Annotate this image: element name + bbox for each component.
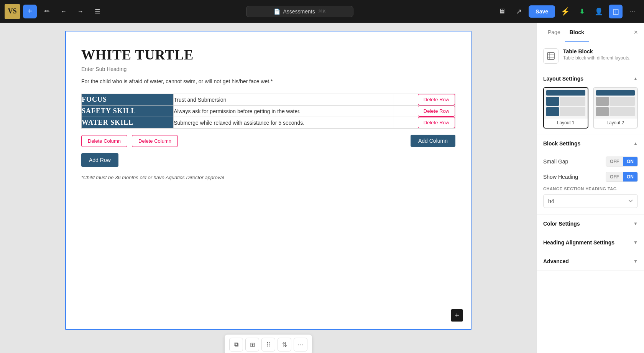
edit-button[interactable]: ✏ [40, 5, 54, 18]
table-header-cell-1: SAFETY SKILL [82, 106, 174, 117]
block-info: Table Block Table block with different l… [537, 42, 644, 70]
color-settings-header[interactable]: Color Settings ▼ [537, 214, 644, 233]
more-options-icon[interactable]: ⋯ [626, 5, 639, 18]
block-info-text: Table Block Table block with different l… [563, 48, 631, 64]
right-panel: Page Block × Table Block Table block wit… [537, 23, 644, 353]
block-settings-header[interactable]: Block Settings ▲ [537, 135, 644, 152]
show-heading-on[interactable]: ON [623, 172, 637, 181]
table-header-cell-2: WATER SKILL [82, 117, 174, 129]
table-row: WATER SKILL Submerge while relaxed with … [82, 117, 455, 129]
delete-row-1-button[interactable]: Delete Row [418, 106, 455, 117]
delete-row-0-button[interactable]: Delete Row [418, 94, 455, 105]
panel-close-button[interactable]: × [634, 28, 638, 36]
lp-cell-dark-1 [546, 97, 559, 106]
advanced-chevron: ▼ [633, 259, 638, 264]
small-gap-off[interactable]: OFF [606, 157, 623, 166]
table-content-cell-0: Trust and Submersion [174, 94, 394, 106]
sidebar-toggle[interactable]: ◫ [609, 5, 623, 18]
tab-block[interactable]: Block [565, 23, 589, 42]
svg-rect-0 [547, 53, 554, 59]
tab-group: Page Block [543, 23, 589, 42]
tab-page[interactable]: Page [543, 23, 565, 42]
move-icon[interactable]: ⇅ [278, 338, 291, 351]
search-bar[interactable]: 📄 Assessments ⌘K [246, 6, 353, 17]
add-button[interactable]: + [23, 5, 37, 18]
heading-tag-section: CHANGE SECTION HEADING TAG h4 h1 h2 h3 h… [537, 186, 644, 214]
show-heading-off[interactable]: OFF [606, 172, 623, 181]
lp-cell-light-3 [610, 97, 635, 106]
topbar-center: 📄 Assessments ⌘K [107, 6, 492, 17]
lp-row-3 [596, 97, 635, 106]
page-subtitle: Enter Sub Heading [81, 66, 455, 72]
lp-cell-light-1 [560, 97, 585, 106]
lp-header-1 [546, 90, 585, 96]
heading-tag-label: CHANGE SECTION HEADING TAG [543, 186, 638, 191]
table-icon[interactable]: ⊞ [245, 338, 259, 351]
layout-option-1[interactable]: Layout 1 [543, 87, 588, 129]
table-action-cell-1: Delete Row [394, 106, 455, 117]
search-label: Assessments [283, 8, 315, 15]
color-settings-section: Color Settings ▼ [537, 214, 644, 233]
table-action-cell-0: Delete Row [394, 94, 455, 106]
table-row: FOCUS Trust and Submersion Delete Row [82, 94, 455, 106]
delete-column-1-button[interactable]: Delete Column [81, 135, 127, 147]
page-title: WHITE TURTLE [81, 47, 455, 63]
lp-cell-dark-2 [546, 107, 559, 116]
table-action-cell-2: Delete Row [394, 117, 455, 129]
delete-column-2-button[interactable]: Delete Column [132, 135, 178, 147]
heading-alignment-header[interactable]: Heading Alignment Settings ▼ [537, 233, 644, 252]
small-gap-toggle[interactable]: OFF ON [606, 157, 638, 167]
layout-1-label: Layout 1 [557, 120, 575, 125]
plus-button[interactable]: + [451, 309, 463, 322]
block-settings-chevron: ▲ [633, 141, 638, 146]
drag-icon[interactable]: ⠿ [261, 338, 275, 351]
color-settings-title: Color Settings [543, 221, 580, 227]
search-icon: 📄 [274, 8, 280, 15]
link-icon[interactable]: ⧉ [229, 338, 243, 351]
block-desc: Table block with different layouts. [563, 55, 631, 61]
add-column-button[interactable]: Add Column [411, 135, 455, 147]
show-heading-label: Show Heading [543, 174, 578, 180]
block-toolbar: ⧉ ⊞ ⠿ ⇅ ⋯ [225, 335, 312, 353]
layout-chevron-up: ▲ [633, 76, 638, 81]
save-button[interactable]: Save [529, 5, 555, 18]
layout-2-label: Layout 2 [606, 120, 624, 125]
lp-header-2 [596, 90, 635, 96]
block-settings-title: Block Settings [543, 140, 580, 147]
small-gap-label: Small Gap [543, 158, 568, 165]
topbar-right: 🖥 ↗ Save ⚡ ⬇ 👤 ◫ ⋯ [495, 5, 639, 18]
alignment-chevron: ▼ [633, 240, 638, 245]
layout-option-2[interactable]: Layout 2 [593, 87, 638, 129]
panel-tabs: Page Block × [537, 23, 644, 42]
delete-row-2-button[interactable]: Delete Row [418, 117, 455, 128]
block-table: FOCUS Trust and Submersion Delete Row SA… [81, 94, 455, 129]
redo-button[interactable]: → [74, 5, 87, 18]
small-gap-on[interactable]: ON [623, 157, 637, 166]
menu-button[interactable]: ☰ [90, 5, 104, 18]
block-settings-body: Small Gap OFF ON Show Heading OFF ON [537, 152, 644, 186]
external-link-icon[interactable]: ↗ [512, 5, 526, 18]
topbar: VS + ✏ ← → ☰ 📄 Assessments ⌘K 🖥 ↗ Save ⚡… [0, 0, 644, 23]
add-row-button[interactable]: Add Row [81, 153, 118, 167]
footnote: *Child must be 36 months old or have Aqu… [81, 175, 455, 180]
lp-row-2 [546, 107, 585, 116]
more-icon[interactable]: ⋯ [294, 338, 307, 351]
heading-tag-select[interactable]: h4 h1 h2 h3 h5 h6 [543, 194, 638, 208]
show-heading-toggle[interactable]: OFF ON [606, 172, 638, 182]
color-chevron: ▼ [633, 221, 638, 226]
layout-settings-section: Layout Settings ▲ [537, 70, 644, 135]
advanced-header[interactable]: Advanced ▼ [537, 252, 644, 271]
canvas-area: WHITE TURTLE Enter Sub Heading For the c… [0, 23, 537, 353]
table-row: SAFETY SKILL Always ask for permission b… [82, 106, 455, 117]
show-heading-row: Show Heading OFF ON [543, 172, 638, 182]
search-shortcut: ⌘K [318, 9, 326, 14]
download-icon[interactable]: ⬇ [575, 5, 589, 18]
heading-alignment-title: Heading Alignment Settings [543, 239, 614, 246]
lightning-icon[interactable]: ⚡ [558, 5, 572, 18]
lp-cell-light-2 [560, 107, 585, 116]
undo-button[interactable]: ← [57, 5, 71, 18]
desktop-icon[interactable]: 🖥 [495, 5, 509, 18]
layout-settings-header[interactable]: Layout Settings ▲ [537, 70, 644, 87]
user-icon[interactable]: 👤 [592, 5, 606, 18]
block-settings-section: Block Settings ▲ Small Gap OFF ON Show H… [537, 135, 644, 214]
